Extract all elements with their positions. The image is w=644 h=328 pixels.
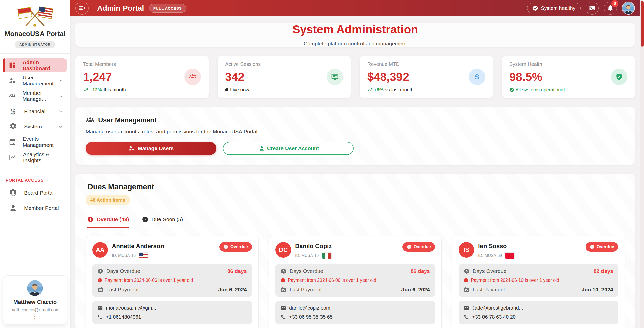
contact-box: monacousa.mc@gm... +1 0614804961 — [92, 301, 252, 324]
avatar: AA — [92, 242, 108, 258]
section-description: Manage user accounts, roles, and permiss… — [86, 129, 625, 135]
member-card: DC Danilo Copiz ID: MUSA-19 Overdue — [269, 236, 442, 328]
create-user-account-button[interactable]: Create User Account — [223, 142, 354, 155]
stat-value: $48,392 — [367, 70, 414, 84]
days-overdue-label: Days Overdue — [106, 268, 140, 274]
sidebar-item-member-portal[interactable]: Member Portal — [0, 201, 70, 215]
member-card: AA Annette Anderson ID: MUSA-16 Overdue — [86, 236, 259, 328]
sidebar-item-label: Admin Dashboard — [23, 59, 60, 71]
crossed-flags-logo — [16, 4, 54, 28]
member-id: ID: MUSA-69 — [478, 253, 502, 258]
role-badge: ADMINISTRATOR — [15, 41, 55, 48]
member-card-header: IS Ian Sosso ID: MUSA-69 Overdue — [459, 242, 618, 259]
trending-up-icon — [83, 87, 89, 93]
gear-icon — [9, 122, 18, 131]
sidebar-item-events-management[interactable]: Events Management — [0, 135, 70, 149]
sidebar-item-label: Board Portal — [24, 190, 54, 196]
last-payment-value: Jun 6, 2024 — [218, 287, 247, 293]
terminal-button[interactable] — [586, 2, 599, 15]
member-email: Jade@prestigebrand... — [472, 305, 523, 311]
stat-label: Active Sessions — [225, 61, 261, 67]
system-health-label: System healthy — [541, 5, 575, 11]
days-overdue-label: Days Overdue — [473, 268, 506, 274]
sidebar-footer: Matthew Ciaccio matt.ciaccio@gmail.com ⋮ — [0, 271, 70, 328]
check-circle-icon — [509, 87, 514, 92]
monitor-icon — [331, 73, 339, 81]
trending-up-icon — [367, 87, 373, 93]
notifications-button[interactable]: 0 — [604, 2, 617, 15]
check-circle-icon — [532, 5, 538, 11]
section-title: Dues Management — [86, 182, 625, 191]
sidebar-item-board-portal[interactable]: Board Portal — [0, 186, 70, 200]
manage-users-button[interactable]: Manage Users — [86, 142, 216, 155]
clock-icon — [97, 268, 103, 274]
dollar-icon: $ — [9, 107, 18, 116]
hero-subtitle: Complete platform control and management — [304, 41, 407, 47]
scrollbar-thumb[interactable] — [641, 1, 644, 47]
stat-value: 1,247 — [83, 70, 126, 84]
tab-overdue[interactable]: Overdue (43) — [87, 216, 129, 228]
page-scrollbar[interactable] — [640, 0, 644, 328]
shield-check-icon — [615, 73, 623, 81]
chevron-down-icon — [59, 78, 63, 83]
sidebar-nav: Admin Dashboard User Management Member M… — [0, 57, 70, 166]
sidebar-item-admin-dashboard[interactable]: Admin Dashboard — [3, 58, 67, 72]
user-settings-icon — [9, 76, 16, 85]
tab-due-soon[interactable]: Due Soon (5) — [142, 216, 183, 228]
sidebar-item-user-management[interactable]: User Management — [0, 74, 70, 88]
sidebar-item-member-management[interactable]: Member Manage... — [0, 89, 70, 103]
user-email: matt.ciaccio@gmail.com — [7, 307, 63, 313]
stat-card-system-health: System Health 98.5% All systems operatio… — [502, 56, 635, 98]
payment-warning: Payment from 2024-06-10 is over 1 year o… — [464, 278, 613, 283]
error-icon — [223, 244, 228, 249]
phone-icon — [97, 314, 103, 320]
groups-icon — [9, 91, 16, 101]
shield-person-icon — [9, 188, 18, 197]
member-email: monacousa.mc@gm... — [106, 305, 156, 311]
stat-label: System Health — [509, 61, 565, 67]
divider — [0, 171, 70, 171]
menu-toggle-button[interactable] — [75, 2, 89, 15]
stat-label: Total Members — [83, 61, 126, 67]
stat-icon-bubble — [611, 69, 627, 85]
last-payment-label: Last Payment — [473, 287, 505, 293]
kebab-menu-icon[interactable]: ⋮ — [7, 316, 63, 321]
sidebar-item-analytics-insights[interactable]: Analytics & Insights — [0, 150, 70, 164]
sidebar-item-system[interactable]: System — [0, 120, 70, 134]
stat-card-total-members: Total Members 1,247 +12% this month — [75, 56, 209, 98]
days-overdue-label: Days Overdue — [290, 268, 323, 274]
error-icon — [590, 244, 595, 249]
error-icon — [407, 244, 412, 249]
calendar-check-icon — [97, 287, 103, 293]
system-health-pill[interactable]: System healthy — [527, 3, 581, 13]
dollar-icon: $ — [475, 73, 479, 81]
payment-info-box: Days Overdue 82 days Payment from 2024-0… — [459, 264, 618, 297]
error-icon — [87, 216, 94, 223]
sidebar-item-label: Member Portal — [24, 205, 59, 211]
member-card-header: DC Danilo Copiz ID: MUSA-19 Overdue — [275, 242, 435, 259]
menu-open-icon — [78, 4, 86, 12]
member-name: Danilo Copiz — [295, 243, 332, 250]
user-name: Matthew Ciaccio — [7, 299, 63, 305]
sidebar-item-financial[interactable]: $ Financial — [0, 104, 70, 118]
sidebar-item-label: Events Management — [23, 136, 63, 148]
days-overdue-value: 86 days — [227, 268, 247, 274]
terminal-icon — [589, 5, 596, 12]
error-icon — [280, 278, 285, 283]
main-content: System Administration Complete platform … — [70, 16, 640, 328]
stats-row: Total Members 1,247 +12% this month Acti… — [75, 56, 635, 98]
sidebar-item-label: User Management — [23, 75, 59, 87]
user-avatar[interactable] — [622, 2, 635, 15]
status-badge: Overdue — [219, 242, 252, 252]
user-management-actions: Manage Users Create User Account — [86, 142, 625, 155]
member-phone: +1 0614804961 — [106, 314, 141, 320]
dues-tabs: Overdue (43) Due Soon (5) — [86, 216, 625, 228]
divider — [0, 53, 70, 54]
stat-value: 342 — [225, 70, 261, 84]
analytics-icon — [9, 153, 17, 162]
clock-icon — [142, 216, 148, 223]
stat-sub: +8% vs last month — [367, 87, 414, 93]
stat-card-active-sessions: Active Sessions 342 Live now — [218, 56, 351, 98]
usa-flag-icon — [139, 253, 148, 259]
payment-info-box: Days Overdue 86 days Payment from 2024-0… — [275, 264, 435, 297]
